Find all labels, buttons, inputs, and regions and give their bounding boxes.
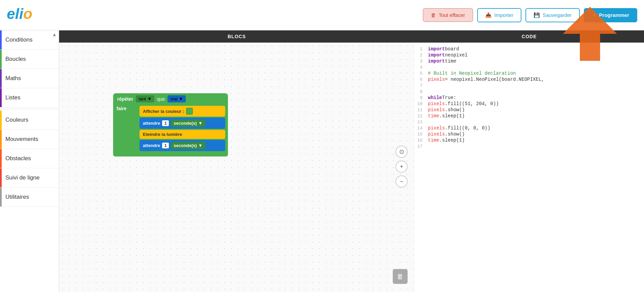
zoom-out-button[interactable]: − [395,175,408,188]
line-number: 9 [414,95,428,100]
eteindre-block[interactable]: Eteindre la lumière [139,130,225,139]
code-token: time [428,138,439,143]
line-number: 12 [414,114,428,119]
code-line: 13 [414,119,644,125]
program-label: Programmer [599,12,629,18]
line-number: 8 [414,89,428,94]
code-line: 10 pixels.fill((51, 204, 0)) [414,101,644,107]
code-line: 14 pixels.fill((0, 0, 0)) [414,125,644,131]
attendre-block-1[interactable]: attendre 1 seconde(s) ▼ [139,118,225,129]
sidebar-item-maths[interactable]: Maths [0,69,59,88]
code-title: CODE [522,34,537,39]
obstacles-label: Obstacles [5,155,31,162]
attendre-num-2[interactable]: 1 [162,143,169,148]
canvas-controls: ⊙ + − [395,146,408,188]
seconde-dropdown-2[interactable]: seconde(s) ▼ [171,142,205,149]
boucles-label: Boucles [5,56,26,63]
attendre-label-2: attendre [143,143,160,148]
attendre-block-2[interactable]: attendre 1 seconde(s) ▼ [139,140,225,151]
import-icon: 📥 [485,12,492,18]
code-header: CODE [414,30,644,43]
line-number: 4 [414,65,428,70]
code-line: 16 time.sleep(1) [414,137,644,143]
code-line: 3import time [414,58,644,64]
dropdown-arrow4: ▼ [198,143,203,148]
code-line: 9while True: [414,95,644,101]
header-buttons: 🗑 Tout effacer 📥 Importer 💾 Sauvegarder … [423,8,637,22]
afficher-block[interactable]: Afficher la couleur : [139,106,225,117]
save-button[interactable]: 💾 Sauvegarder [525,8,580,22]
sidebar-item-mouvements[interactable]: Mouvements [0,130,59,149]
sidebar-item-boucles[interactable]: Boucles [0,50,59,69]
faire-label: faire [113,104,137,152]
sidebar: ▲ Conditions Boucles Maths Listes Couleu… [0,30,59,292]
code-token: .fill((51, 204, 0)) [445,101,499,106]
code-token: pixels [428,101,445,106]
sidebar-item-listes[interactable]: Listes [0,88,59,107]
color-swatch[interactable] [186,108,193,115]
mouvements-label: Mouvements [5,136,38,143]
code-line: 4 [414,64,644,70]
line-number: 6 [414,77,428,82]
sidebar-item-obstacles[interactable]: Obstacles [0,149,59,168]
blocs-canvas[interactable]: répéter tant ▼ que vrai ▼ faire [59,43,414,291]
dropdown-arrow: ▼ [147,96,152,101]
clear-button[interactable]: 🗑 Tout effacer [423,8,473,22]
code-token: pixels [428,125,445,131]
code-token: pixels [428,77,445,82]
import-button[interactable]: 📥 Importer [477,8,521,22]
code-token: board [445,46,459,52]
blocs-title: BLOCS [228,34,246,39]
sidebar-item-suivi[interactable]: Suivi de ligne [0,168,59,188]
line-number: 1 [414,47,428,52]
line-number: 16 [414,138,428,143]
line-number: 7 [414,83,428,88]
sidebar-item-utilitaires[interactable]: Utilitaires [0,188,59,207]
code-token: .fill((0, 0, 0)) [445,125,490,131]
block-container[interactable]: répéter tant ▼ que vrai ▼ faire [113,93,228,156]
line-number: 5 [414,71,428,76]
seconde-label-1: seconde(s) [174,121,197,126]
line-number: 10 [414,101,428,106]
zoom-in-button[interactable]: + [395,161,408,173]
code-line: 7 [414,82,644,89]
code-line: 11 pixels.show() [414,107,644,113]
trash-canvas-icon: 🗑 [397,273,404,281]
line-number: 2 [414,53,428,58]
code-token: pixels [428,131,445,137]
tant-label: tant [138,96,146,101]
logo: elio [7,5,37,25]
block-end [113,152,228,156]
sidebar-item-conditions[interactable]: Conditions [0,30,59,50]
star-icon: ✦ [592,12,596,18]
sidebar-divider [0,109,59,109]
header: elio 🗑 Tout effacer 📥 Importer 💾 Sauvega… [0,0,644,30]
import-label: Importer [494,12,513,18]
seconde-dropdown-1[interactable]: seconde(s) ▼ [171,120,205,127]
code-line: 2import neopixel [414,52,644,58]
attendre-num-1[interactable]: 1 [162,120,169,126]
couleurs-label: Couleurs [5,117,28,123]
code-token: = neopixel.NeoPixel(board.NEOPIXEL, [445,77,544,82]
code-token: import [428,46,445,52]
code-line: 8 [414,89,644,95]
repeat-label: répéter [117,96,133,102]
trash-canvas-button[interactable]: 🗑 [393,269,408,284]
target-button[interactable]: ⊙ [395,146,408,158]
program-button[interactable]: ✦ Programmer [584,8,637,22]
code-token: .show() [445,131,465,137]
code-token: .sleep(1) [439,113,465,119]
clear-label: Tout effacer [439,12,465,18]
code-token: import [428,58,445,64]
sidebar-item-couleurs[interactable]: Couleurs [0,111,59,130]
svg-text:elio: elio [7,5,32,22]
listes-label: Listes [5,94,20,101]
code-token: time [428,113,439,119]
code-line: 1import board [414,46,644,52]
main: ▲ Conditions Boucles Maths Listes Couleu… [0,30,644,292]
tant-dropdown[interactable]: tant ▼ [136,95,154,102]
save-icon: 💾 [534,12,540,18]
afficher-label: Afficher la couleur : [143,109,184,114]
conditions-label: Conditions [5,36,32,43]
vrai-dropdown[interactable]: vrai ▼ [168,95,186,102]
